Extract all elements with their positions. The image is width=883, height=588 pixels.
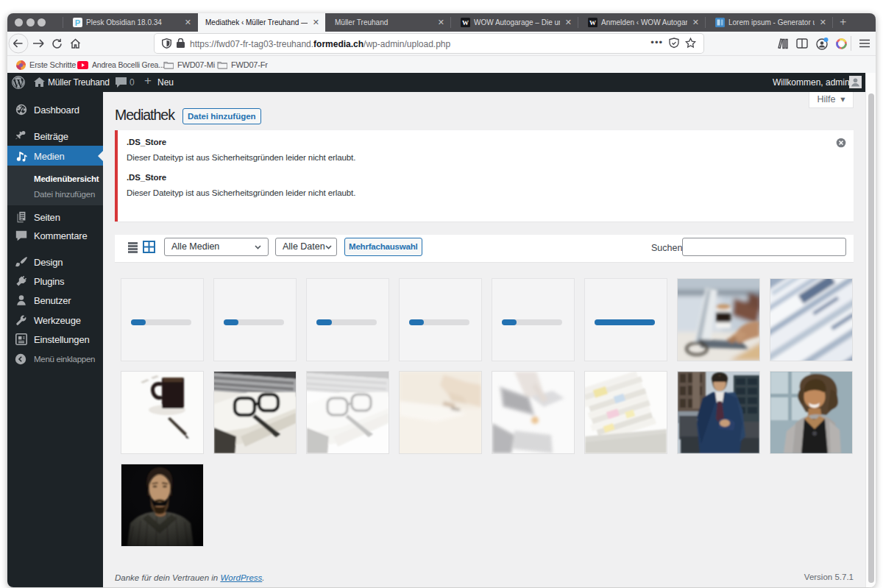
svg-text:W: W: [462, 19, 469, 26]
svg-text:P: P: [75, 18, 80, 27]
svg-text:W: W: [589, 19, 596, 26]
